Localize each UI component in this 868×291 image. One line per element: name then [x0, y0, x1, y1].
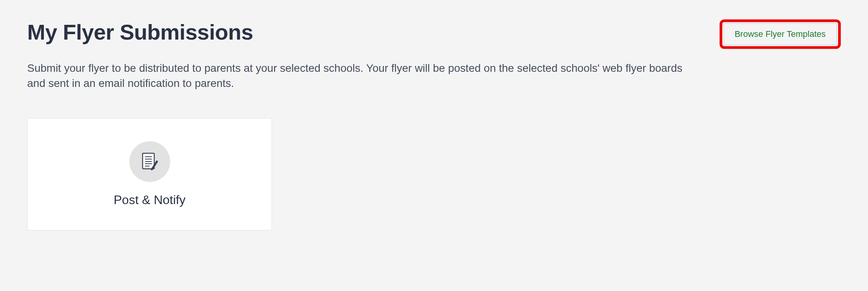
- card-label: Post & Notify: [114, 193, 186, 207]
- browse-button-highlight: Browse Flyer Templates: [720, 19, 841, 49]
- post-notify-card[interactable]: Post & Notify: [27, 118, 272, 230]
- page-description: Submit your flyer to be distributed to p…: [27, 61, 688, 91]
- browse-flyer-templates-button[interactable]: Browse Flyer Templates: [723, 23, 837, 45]
- header-row: My Flyer Submissions Browse Flyer Templa…: [27, 19, 841, 49]
- document-pencil-icon: [129, 141, 170, 182]
- card-container: Post & Notify: [27, 118, 841, 230]
- page-title: My Flyer Submissions: [27, 19, 253, 45]
